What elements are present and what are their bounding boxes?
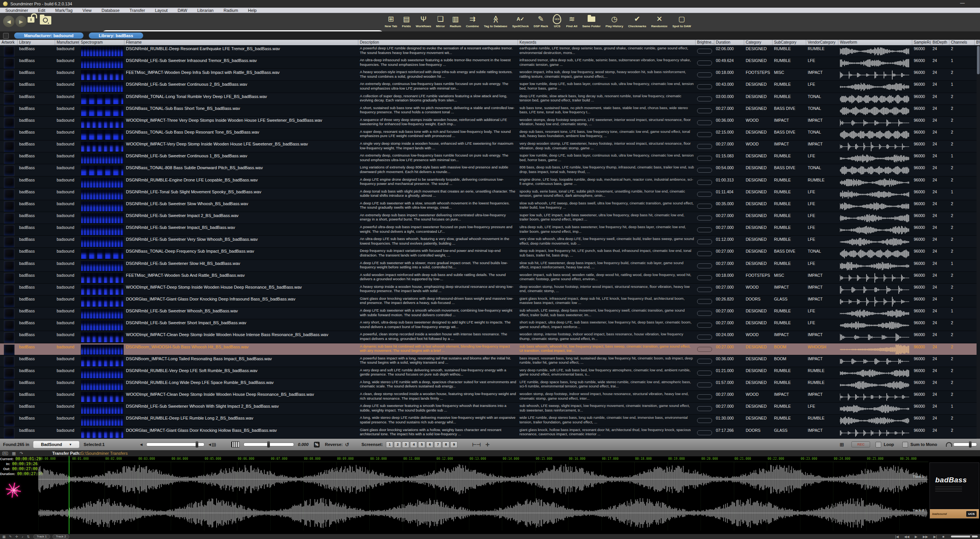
column-header-vendorcategory[interactable]: VendorCategory: [806, 40, 838, 45]
sum-to-mono-checkbox[interactable]: [902, 442, 908, 448]
column-header-keywords[interactable]: Keywords: [518, 40, 696, 45]
screenset-button-1[interactable]: 1: [386, 441, 393, 448]
column-header-library[interactable]: Library: [18, 40, 55, 45]
table-row[interactable]: badBassbadsoundWOODImpt_IMPACT-Three Ver…: [0, 117, 980, 129]
tool-mirror-button[interactable]: ❏Mirror: [436, 14, 445, 31]
column-header-duration[interactable]: Duration: [714, 40, 744, 45]
table-row[interactable]: badBassbadsoundDOORGlas_IMPACT-Giant Gla…: [0, 296, 980, 307]
tool-workflows-button[interactable]: ΨWorkflows: [416, 14, 431, 31]
table-row[interactable]: badBassbadsoundDSGNRmbl_RUMBLE-Deep Reso…: [0, 45, 980, 57]
volume-slider-knob[interactable]: [196, 441, 198, 448]
curve-arrow-icon[interactable]: ↷: [20, 451, 23, 456]
table-row[interactable]: badBassbadsoundDSGNRmbl_LFE-Sub Sweetene…: [0, 260, 980, 272]
fit-width-icon[interactable]: ⊢⊣: [472, 442, 481, 448]
tool-spot-to-daw-button[interactable]: ▢Spot to DAW: [673, 14, 691, 31]
marker-icon[interactable]: ✛: [485, 442, 490, 448]
tool-checkmarks-button[interactable]: ✔Checkmarks: [628, 14, 647, 31]
grid-icon[interactable]: ▦: [12, 451, 16, 456]
go-start-icon[interactable]: |◀: [895, 535, 898, 539]
table-row[interactable]: badBassbadsoundDSGNRmbl_LFE-Sub Sweetner…: [0, 319, 980, 331]
forward-button[interactable]: ▶: [15, 16, 27, 27]
table-row[interactable]: badBassbadsoundDSGNRmbl_LFE-Sub Sweetner…: [0, 200, 980, 212]
table-row[interactable]: badBassbadsoundWOODImpt_IMPACT-Clean Dee…: [0, 331, 980, 343]
screenset-button-8[interactable]: 8: [442, 441, 449, 448]
zoom-slider[interactable]: [951, 536, 978, 537]
screenset-button-4[interactable]: 4: [410, 441, 417, 448]
column-header-spectrogram[interactable]: Spectrogram: [79, 40, 124, 45]
waveform-track-2[interactable]: [38, 496, 928, 530]
column-header-description[interactable]: Description: [358, 40, 518, 45]
menu-item-view[interactable]: View: [83, 8, 92, 13]
menu-item-database[interactable]: Database: [101, 8, 119, 13]
grid-view-icon[interactable]: ▦: [2, 535, 6, 539]
table-row[interactable]: badBassbadsoundWOODImpt_IMPACT-Deep Stom…: [0, 284, 980, 296]
stop-icon[interactable]: ■: [942, 535, 944, 539]
column-header-manufacturer[interactable]: Manufacturer: [55, 40, 79, 45]
reverse-icon[interactable]: ↺: [345, 442, 349, 448]
lock-icon[interactable]: [28, 17, 34, 23]
tool-combine-button[interactable]: ⇉Combine: [466, 14, 479, 31]
menu-item-mark-tag[interactable]: Mark/Tag: [55, 8, 72, 13]
table-row[interactable]: badBassbadsoundDSGNRmbl_RUMBLE-Very Deep…: [0, 367, 980, 379]
tool-play-history-button[interactable]: ◷Play History: [606, 14, 623, 31]
fx-icon[interactable]: FX: [2, 452, 8, 455]
minimize-button[interactable]: —: [960, 0, 965, 6]
table-row[interactable]: badBassbadsoundDSGNRmbl_LFE-Sub Sweetner…: [0, 81, 980, 93]
tool-randomize-button[interactable]: ✕Randomize: [651, 14, 668, 31]
screenset-button-5[interactable]: 5: [418, 441, 425, 448]
table-scrollbar-thumb[interactable]: [977, 46, 980, 74]
crosshair-icon[interactable]: ✛: [15, 535, 18, 539]
table-row[interactable]: badBassbadsoundDSGNRmbl_TONAL-Long Tonal…: [0, 93, 980, 105]
screenset-button-6[interactable]: 6: [426, 441, 433, 448]
table-row[interactable]: badBassbadsoundDSGNRmbl_LFE-Sub Sweetner…: [0, 307, 980, 319]
table-row[interactable]: badBassbadsoundDSGNRmbl_RUMBLE-Deep LFE …: [0, 415, 980, 426]
table-row[interactable]: badBassbadsoundDSGNBoom_IMPACT-Long Tail…: [0, 355, 980, 367]
filter-checkbox[interactable]: [3, 33, 9, 39]
screenset-button-2[interactable]: 2: [394, 441, 401, 448]
tool-same-folder-button[interactable]: Same Folder: [582, 14, 601, 31]
loop-checkbox[interactable]: [875, 442, 881, 448]
statusbar-track-button-1[interactable]: Track 1: [33, 534, 50, 539]
table-row[interactable]: badBassbadsoundDSGNRmbl_RUMBLE-Long Wide…: [0, 379, 980, 391]
go-end-icon[interactable]: ▶|: [933, 535, 937, 539]
pitch-slider[interactable]: [243, 443, 294, 446]
column-header-bw[interactable]: BW: [975, 40, 980, 45]
menu-item-radium[interactable]: Radium: [224, 8, 238, 13]
rec-button[interactable]: REC: [851, 441, 870, 448]
database-dropdown[interactable]: BadSound ▼: [33, 441, 80, 448]
folder-search-icon[interactable]: [40, 16, 51, 24]
screenset-button-3[interactable]: 3: [402, 441, 409, 448]
monitor-slider-knob[interactable]: [969, 441, 972, 448]
monitor-slider[interactable]: [953, 443, 977, 446]
volume-slider[interactable]: [146, 443, 204, 446]
table-row[interactable]: badBassbadsoundWOODImpt_IMPACT-Clean Dee…: [0, 391, 980, 403]
table-row[interactable]: badBassbadsoundDSGNRmbl_LFE-Sub Sweetner…: [0, 212, 980, 224]
zoom-slider-knob[interactable]: [970, 534, 972, 539]
note-icon[interactable]: ♪: [22, 535, 24, 539]
table-row[interactable]: badBassbadsoundDSGNRmbl_LFE-Sub Sweetene…: [0, 403, 980, 415]
table-row[interactable]: badBassbadsoundDSGNRmbl_LFE-Sub Sweetner…: [0, 152, 980, 164]
table-row[interactable]: badBassbadsoundDSGNRmbl_LFE-Tonal Sub Sl…: [0, 188, 980, 200]
table-row[interactable]: badBassbadsoundDSGNRmbl_RUMBLE-Engine Dr…: [0, 176, 980, 188]
tool-fields-button[interactable]: ▤Fields: [402, 14, 411, 31]
waveform-track-1[interactable]: [38, 462, 928, 496]
column-header-bitdepth[interactable]: BitDepth: [931, 40, 949, 45]
table-row[interactable]: badBassbadsoundDSGNRmbl_LFE-Sub Sweetner…: [0, 236, 980, 248]
tool-spellcheck-button[interactable]: A✓SpellCheck: [512, 14, 529, 31]
menu-item-daw[interactable]: DAW: [178, 8, 187, 13]
tool-tag-to-database-button[interactable]: ≫Tag to Database: [484, 14, 507, 31]
table-row[interactable]: badBassbadsoundDSGNBass_TONAL-808 Bass S…: [0, 164, 980, 176]
rewind-icon[interactable]: ◀◀: [904, 535, 910, 539]
table-row[interactable]: badBassbadsoundDSGNBass_TONAL-Deep Frequ…: [0, 248, 980, 260]
tool-find-all-button[interactable]: ≋Find All: [566, 14, 577, 31]
updown-icon[interactable]: ⇅: [27, 535, 30, 539]
column-header-channels[interactable]: Channels: [949, 40, 975, 45]
tool-dsp-rack-button[interactable]: ✎DSP Rack: [534, 14, 548, 31]
pitch-slider-knob[interactable]: [267, 441, 270, 448]
table-row[interactable]: badBassbadsoundFEETMisc_IMPACT-Wooden Su…: [0, 272, 980, 284]
fastforward-icon[interactable]: ▶▶: [923, 535, 928, 539]
percent-toggle[interactable]: %: [314, 442, 320, 448]
timeline-ruler[interactable]: 00:00.00000:01.00000:02.00000:03.00000:0…: [38, 456, 928, 462]
playhead[interactable]: [69, 456, 69, 534]
table-row[interactable]: badBassbadsoundDSGNRmbl_LFE-Sub Sweetner…: [0, 57, 980, 69]
